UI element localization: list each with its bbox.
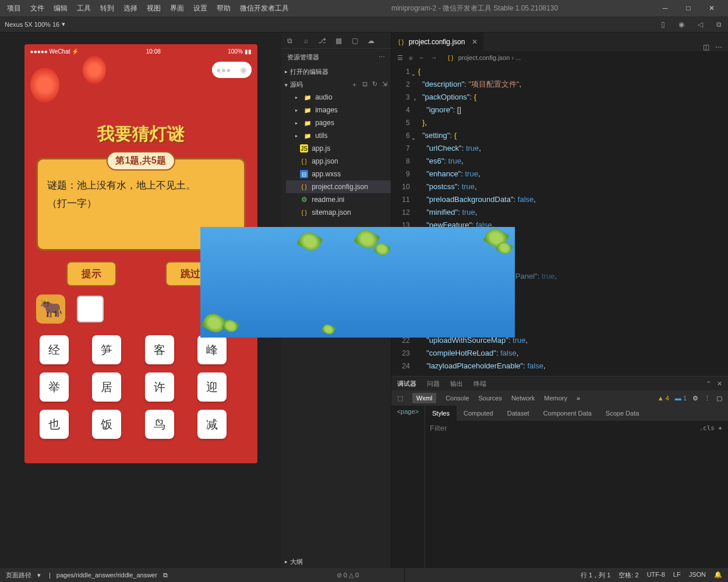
gear-icon[interactable]: ⚙ bbox=[692, 395, 698, 402]
menu-编辑[interactable]: 编辑 bbox=[49, 1, 72, 16]
status-item[interactable]: JSON bbox=[689, 571, 706, 580]
char-button[interactable]: 减 bbox=[197, 410, 227, 439]
expand-icon[interactable]: ▢ bbox=[716, 395, 722, 402]
menu-项目[interactable]: 项目 bbox=[2, 1, 26, 16]
file-readme.ini[interactable]: ⚙readme.ini bbox=[286, 193, 390, 206]
char-button[interactable]: 举 bbox=[40, 372, 69, 402]
tab-styles[interactable]: Styles bbox=[425, 406, 457, 421]
cloud-icon[interactable]: ☁ bbox=[366, 36, 376, 45]
collapse-icon[interactable]: ⇲ bbox=[382, 80, 387, 89]
file-sitemap.json[interactable]: { }sitemap.json bbox=[286, 206, 390, 219]
file-app.wxss[interactable]: ⊟app.wxss bbox=[286, 168, 390, 180]
new-folder-icon[interactable]: ⊡ bbox=[362, 80, 367, 89]
mute-icon[interactable]: ◁ bbox=[695, 20, 705, 29]
char-button[interactable]: 经 bbox=[40, 335, 69, 364]
tab-computed[interactable]: Computed bbox=[457, 406, 500, 421]
more-icon[interactable]: ⋯ bbox=[715, 43, 722, 51]
answer-slot[interactable] bbox=[77, 296, 104, 322]
more-tabs-icon[interactable]: » bbox=[577, 395, 580, 402]
branch-icon[interactable]: ⎇ bbox=[317, 36, 327, 45]
info-badge[interactable]: ▬ 1 bbox=[675, 395, 687, 402]
char-button[interactable]: 也 bbox=[40, 410, 69, 439]
tab-wxml[interactable]: Wxml bbox=[412, 393, 437, 403]
more-icon[interactable]: ⋯ bbox=[379, 54, 385, 61]
menu-icon[interactable]: ⋮ bbox=[704, 395, 711, 402]
box-icon[interactable]: ▢ bbox=[350, 36, 359, 45]
chevron-up-icon[interactable]: ⌃ bbox=[706, 380, 711, 388]
search-icon[interactable]: ⌕ bbox=[301, 36, 310, 45]
tab-dataset[interactable]: Dataset bbox=[500, 406, 536, 421]
char-button[interactable]: 许 bbox=[145, 372, 174, 402]
grid-icon[interactable]: ▦ bbox=[334, 36, 343, 45]
back-icon[interactable]: ← bbox=[419, 54, 425, 62]
tab-console[interactable]: Console bbox=[446, 395, 469, 402]
cls-toggle[interactable]: .cls bbox=[697, 423, 718, 433]
file-project.config.json[interactable]: { }project.config.json bbox=[286, 180, 390, 193]
menu-视图[interactable]: 视图 bbox=[142, 1, 165, 16]
phone-icon[interactable]: ▯ bbox=[658, 20, 667, 29]
char-button[interactable]: 峰 bbox=[197, 335, 227, 364]
minimize-button[interactable]: ─ bbox=[656, 1, 674, 15]
inspect-icon[interactable]: ⬚ bbox=[397, 395, 403, 402]
split-icon[interactable]: ◫ bbox=[703, 43, 709, 51]
forward-icon[interactable]: → bbox=[431, 54, 437, 62]
open-editors-section[interactable]: ▸打开的编辑器 bbox=[281, 65, 390, 78]
copy-path-icon[interactable]: ⧉ bbox=[163, 572, 168, 579]
warning-badge[interactable]: ▲ 4 bbox=[658, 395, 669, 402]
tab-scope-data[interactable]: Scope Data bbox=[599, 406, 646, 421]
menu-设置[interactable]: 设置 bbox=[189, 1, 212, 16]
refresh-icon[interactable]: ↻ bbox=[372, 80, 377, 89]
folder-audio[interactable]: ▸📁audio bbox=[286, 91, 390, 104]
filter-input[interactable] bbox=[430, 424, 697, 432]
tab-sources[interactable]: Sources bbox=[479, 395, 502, 402]
file-app.js[interactable]: JSapp.js bbox=[286, 142, 390, 155]
maximize-button[interactable]: □ bbox=[679, 1, 698, 15]
folder-utils[interactable]: ▸📁utils bbox=[286, 129, 390, 142]
wxml-tree[interactable]: <page> bbox=[391, 406, 425, 568]
page-path[interactable]: pages/riddle_answer/riddle_answer bbox=[56, 572, 157, 579]
new-file-icon[interactable]: ＋ bbox=[351, 80, 358, 89]
file-app.json[interactable]: { }app.json bbox=[286, 155, 390, 168]
source-section[interactable]: ▾源码 ＋ ⊡ ↻ ⇲ bbox=[281, 78, 390, 91]
menu-工具[interactable]: 工具 bbox=[72, 1, 96, 16]
copy-icon[interactable]: ⧉ bbox=[714, 20, 723, 29]
menu-界面[interactable]: 界面 bbox=[165, 1, 189, 16]
status-item[interactable]: UTF-8 bbox=[647, 571, 665, 580]
breadcrumb[interactable]: ☰ ⍟ ← → { } project.config.json › ... bbox=[391, 51, 728, 64]
tab-terminal[interactable]: 终端 bbox=[473, 379, 486, 388]
bell-icon[interactable]: 🔔 bbox=[714, 571, 722, 580]
char-button[interactable]: 饭 bbox=[92, 410, 121, 439]
close-icon[interactable]: ✕ bbox=[717, 380, 722, 388]
status-item[interactable]: LF bbox=[673, 571, 681, 580]
menu-微信开发者工具[interactable]: 微信开发者工具 bbox=[235, 1, 294, 16]
device-picker[interactable]: Nexus 5X 100% 16▾ bbox=[5, 20, 65, 28]
status-item[interactable]: 行 1，列 1 bbox=[581, 571, 610, 580]
record-icon[interactable]: ◉ bbox=[677, 20, 686, 29]
close-button[interactable]: ✕ bbox=[702, 1, 721, 15]
tab-component-data[interactable]: Component Data bbox=[536, 406, 599, 421]
char-button[interactable]: 鸟 bbox=[145, 410, 174, 439]
outline-section[interactable]: ▸大纲 bbox=[281, 555, 390, 568]
add-style-icon[interactable]: ＋ bbox=[717, 424, 723, 432]
folder-pages[interactable]: ▸📁pages bbox=[286, 116, 390, 129]
tab-network[interactable]: Network bbox=[511, 395, 535, 402]
char-button[interactable]: 居 bbox=[92, 372, 121, 402]
char-button[interactable]: 客 bbox=[145, 335, 174, 364]
list-icon[interactable]: ☰ bbox=[397, 54, 403, 62]
char-button[interactable]: 笋 bbox=[92, 335, 121, 364]
close-tab-icon[interactable]: ✕ bbox=[472, 38, 478, 46]
char-button[interactable]: 迎 bbox=[197, 372, 227, 402]
folder-images[interactable]: ▸📁images bbox=[286, 104, 390, 116]
tab-memory[interactable]: Memory bbox=[544, 395, 567, 402]
status-item[interactable]: 空格: 2 bbox=[619, 571, 638, 580]
hint-button[interactable]: 提示 bbox=[66, 261, 116, 286]
tab-debugger[interactable]: 调试器 bbox=[397, 379, 416, 388]
menu-转到[interactable]: 转到 bbox=[96, 1, 119, 16]
tab-project-config[interactable]: { } project.config.json ✕ bbox=[391, 33, 485, 51]
menu-文件[interactable]: 文件 bbox=[26, 1, 49, 16]
menu-选择[interactable]: 选择 bbox=[119, 1, 142, 16]
tab-output[interactable]: 输出 bbox=[450, 379, 463, 388]
menu-帮助[interactable]: 帮助 bbox=[212, 1, 235, 16]
bookmark-icon[interactable]: ⍟ bbox=[409, 54, 413, 62]
files-icon[interactable]: ⧉ bbox=[285, 36, 294, 45]
